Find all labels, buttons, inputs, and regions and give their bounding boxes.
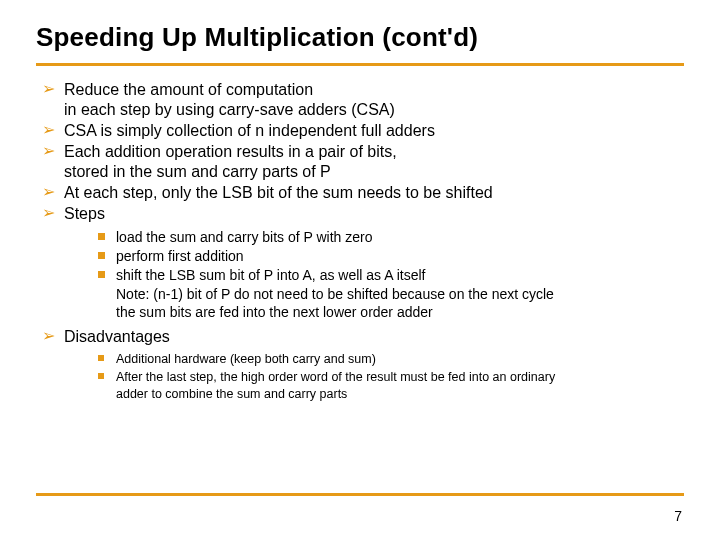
sub-bullet-item: shift the LSB sum bit of P into A, as we… [98, 266, 684, 321]
sub-bullet-item: Additional hardware (keep both carry and… [98, 351, 684, 368]
slide-title: Speeding Up Multiplication (cont'd) [36, 22, 684, 59]
bullet-item: ➢ Steps load the sum and carry bits of P… [42, 204, 684, 321]
sub-bullet-item: load the sum and carry bits of P with ze… [98, 228, 684, 246]
sub-bullet-list: Additional hardware (keep both carry and… [64, 351, 684, 403]
bullet-text: At each step, only the LSB bit of the su… [64, 184, 493, 201]
arrow-icon: ➢ [42, 205, 55, 221]
bullet-text: Disadvantages [64, 328, 170, 345]
page-number: 7 [674, 508, 682, 524]
title-underline [36, 63, 684, 66]
sub-bullet-item: After the last step, the high order word… [98, 369, 684, 403]
sub-bullet-list: load the sum and carry bits of P with ze… [64, 228, 684, 321]
arrow-icon: ➢ [42, 184, 55, 200]
bullet-text: Reduce the amount of computationin each … [64, 81, 395, 118]
bullet-item: ➢ At each step, only the LSB bit of the … [42, 183, 684, 203]
bullet-text: Each addition operation results in a pai… [64, 143, 397, 180]
bullet-item: ➢ Each addition operation results in a p… [42, 142, 684, 182]
bullet-text: CSA is simply collection of n independen… [64, 122, 435, 139]
sub-bullet-text: After the last step, the high order word… [116, 370, 555, 401]
slide: Speeding Up Multiplication (cont'd) ➢ Re… [0, 0, 720, 540]
bullet-item: ➢ CSA is simply collection of n independ… [42, 121, 684, 141]
square-icon [98, 355, 104, 361]
bullet-list: ➢ Reduce the amount of computationin eac… [36, 80, 684, 403]
sub-bullet-text: perform first addition [116, 248, 244, 264]
sub-bullet-item: perform first addition [98, 247, 684, 265]
sub-bullet-text: Additional hardware (keep both carry and… [116, 352, 376, 366]
sub-bullet-text: shift the LSB sum bit of P into A, as we… [116, 267, 554, 319]
bullet-item: ➢ Reduce the amount of computationin eac… [42, 80, 684, 120]
sub-bullet-text: load the sum and carry bits of P with ze… [116, 229, 373, 245]
bullet-text: Steps [64, 205, 105, 222]
slide-content: ➢ Reduce the amount of computationin eac… [36, 80, 684, 403]
bullet-item: ➢ Disadvantages Additional hardware (kee… [42, 327, 684, 403]
square-icon [98, 271, 105, 278]
arrow-icon: ➢ [42, 81, 55, 97]
arrow-icon: ➢ [42, 122, 55, 138]
square-icon [98, 373, 104, 379]
square-icon [98, 252, 105, 259]
arrow-icon: ➢ [42, 328, 55, 344]
arrow-icon: ➢ [42, 143, 55, 159]
bottom-rule [36, 493, 684, 496]
square-icon [98, 233, 105, 240]
